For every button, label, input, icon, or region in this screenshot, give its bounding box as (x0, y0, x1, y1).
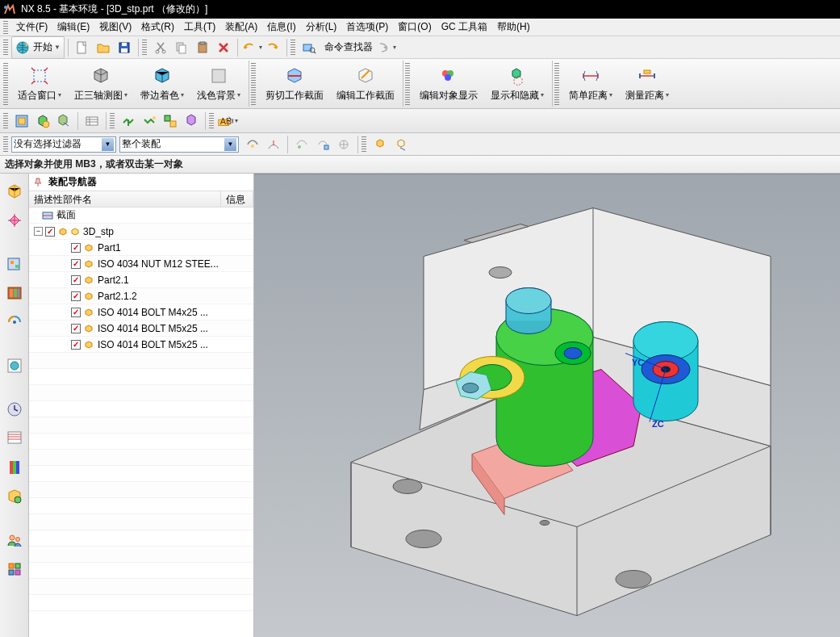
tb2-btn-8[interactable] (181, 111, 202, 132)
checkbox[interactable] (45, 227, 55, 237)
open-file-button[interactable] (93, 37, 114, 58)
tb2-btn-1[interactable] (11, 111, 32, 132)
tree-child-row[interactable]: Part1 (29, 240, 253, 256)
filter-btn-4[interactable] (312, 134, 333, 155)
edit-object-display-button[interactable]: 编辑对象显示 (413, 61, 484, 107)
show-hide-button[interactable]: 显示和隐藏▾ (484, 61, 550, 107)
filter-btn-7[interactable] (391, 134, 412, 155)
tree-child-row[interactable]: ISO 4014 BOLT M5x25 ... (29, 337, 253, 353)
tb2-btn-7[interactable] (160, 111, 181, 132)
menu-format[interactable]: 格式(R) (136, 19, 179, 36)
cut-button[interactable] (150, 37, 171, 58)
checkbox[interactable] (71, 291, 81, 301)
menu-assembly[interactable]: 装配(A) (220, 19, 262, 36)
tree-child-row[interactable]: ISO 4034 NUT M12 STEE... (29, 256, 253, 272)
simple-distance-button[interactable]: 简单距离▾ (562, 61, 619, 107)
filter-btn-2[interactable] (263, 134, 284, 155)
col-info[interactable]: 信息 (221, 191, 253, 207)
menu-window[interactable]: 窗口(O) (393, 19, 436, 36)
paste-button[interactable] (192, 37, 213, 58)
command-finder-go-button[interactable]: ▾ (376, 37, 397, 58)
rail-browser[interactable] (3, 354, 26, 377)
chevron-down-icon[interactable]: ▼ (224, 138, 236, 151)
view-ribbon: 适合窗口▾ 正三轴测图▾ 带边着色▾ 浅色背景▾ 剪切工作截面 编辑工作截面 (0, 59, 840, 109)
new-file-button[interactable] (72, 37, 93, 58)
filter-btn-3[interactable] (291, 134, 312, 155)
checkbox[interactable] (71, 308, 81, 317)
tree-child-row[interactable]: ISO 4014 BOLT M4x25 ... (29, 304, 253, 321)
separator (68, 39, 69, 57)
chevron-down-icon[interactable]: ▼ (102, 138, 114, 151)
tb2-btn-6[interactable] (139, 111, 160, 132)
fit-window-button[interactable]: 适合窗口▾ (11, 61, 68, 107)
menu-edit[interactable]: 编辑(E) (52, 19, 94, 36)
filter-btn-1[interactable] (242, 134, 263, 155)
selection-filter-combo[interactable]: 没有选择过滤器 ▼ (11, 136, 116, 153)
tree-child-row[interactable]: ISO 4014 BOLT M5x25 ... (29, 321, 253, 337)
start-button[interactable]: 开始 ▼ (11, 36, 65, 59)
cube-shaded-icon (152, 65, 173, 86)
menu-info[interactable]: 信息(I) (262, 19, 300, 36)
rail-assembly-nav[interactable] (3, 180, 26, 203)
checkbox[interactable] (71, 275, 81, 285)
delete-button[interactable] (213, 37, 234, 58)
col-name[interactable]: 描述性部件名 (29, 191, 221, 207)
checkbox[interactable] (71, 243, 81, 253)
collapse-icon[interactable]: − (34, 227, 43, 236)
tb2-btn-9[interactable]: ABC▾ (217, 111, 238, 132)
separator (287, 136, 288, 153)
rail-hd3d[interactable] (3, 311, 26, 333)
tree-child-label: ISO 4014 BOLT M4x25 ... (98, 307, 252, 318)
tree-empty-row (29, 514, 253, 530)
tree-child-row[interactable]: Part2.1 (29, 272, 253, 288)
svg-rect-9 (179, 45, 186, 53)
rail-roles[interactable] (3, 529, 26, 551)
shaded-edges-button[interactable]: 带边着色▾ (134, 61, 190, 107)
menu-help[interactable]: 帮助(H) (492, 19, 535, 36)
tb2-btn-2[interactable] (32, 111, 53, 132)
measure-distance-button[interactable]: 测量距离▾ (619, 61, 675, 107)
selection-scope-combo[interactable]: 整个装配 ▼ (119, 136, 239, 153)
section-icon (42, 210, 53, 221)
rail-more[interactable] (3, 558, 26, 580)
tb2-btn-5[interactable] (118, 111, 139, 132)
redo-button[interactable] (262, 37, 283, 58)
rail-process[interactable] (3, 485, 26, 508)
command-finder-icon-button[interactable] (299, 37, 320, 58)
command-finder[interactable]: 命令查找器 (324, 40, 373, 54)
clip-section-button[interactable]: 剪切工作截面 (259, 61, 330, 107)
trimetric-view-button[interactable]: 正三轴测图▾ (68, 61, 134, 107)
rail-part-nav[interactable] (3, 253, 26, 275)
undo-button[interactable]: ▾ (241, 37, 262, 58)
tree-child-row[interactable]: Part2.1.2 (29, 288, 253, 304)
rail-system-scene[interactable] (3, 427, 26, 450)
graphics-viewport[interactable]: YC ZC (254, 174, 840, 637)
menu-file[interactable]: 文件(F) (11, 19, 52, 36)
rail-constraint-nav[interactable] (3, 209, 26, 232)
edit-section-button[interactable]: 编辑工作截面 (330, 61, 401, 107)
copy-button[interactable] (171, 37, 192, 58)
tb2-btn-3[interactable] (53, 111, 74, 132)
pin-icon[interactable] (32, 177, 44, 188)
rail-reuse-library[interactable] (3, 282, 26, 304)
assembly-tree[interactable]: 截面 − 3D_stp Part1 ISO 4034 NUT M12 STEE.… (29, 207, 253, 637)
filter-btn-6[interactable] (370, 134, 391, 155)
menu-prefs[interactable]: 首选项(P) (341, 19, 393, 36)
checkbox[interactable] (71, 259, 81, 269)
filter-btn-5[interactable] (333, 134, 354, 155)
svg-rect-34 (10, 261, 14, 264)
tree-root-row[interactable]: − 3D_stp (29, 224, 253, 240)
checkbox[interactable] (71, 340, 81, 350)
menu-view[interactable]: 视图(V) (94, 19, 136, 36)
menu-analysis[interactable]: 分析(L) (301, 19, 342, 36)
light-background-button[interactable]: 浅色背景▾ (190, 61, 247, 107)
rail-history[interactable] (3, 398, 26, 421)
rail-appearance[interactable] (3, 456, 26, 479)
save-button[interactable] (114, 37, 135, 58)
tb2-btn-4[interactable] (81, 111, 102, 132)
checkbox[interactable] (71, 324, 81, 333)
menu-tools[interactable]: 工具(T) (179, 19, 220, 36)
tree-section-row[interactable]: 截面 (29, 207, 253, 224)
menu-gc-toolbox[interactable]: GC 工具箱 (437, 19, 492, 36)
part-icon (83, 323, 94, 334)
